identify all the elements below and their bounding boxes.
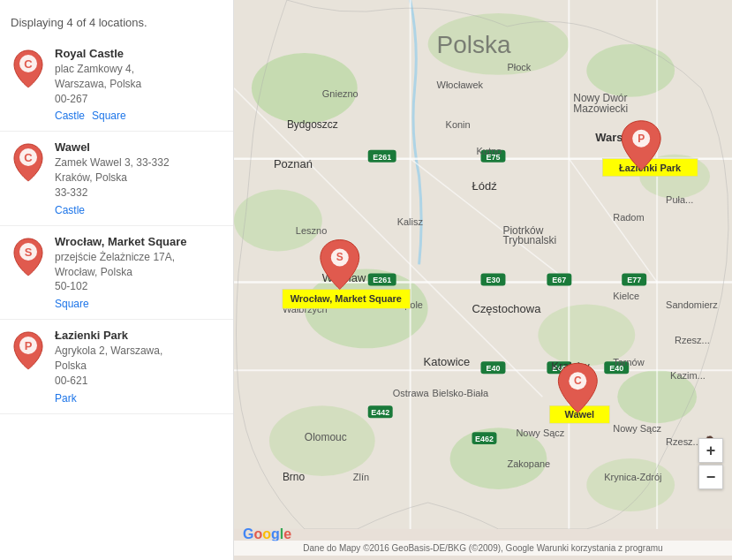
location-tag-square-royal-castle[interactable]: Square: [92, 110, 126, 122]
map-footer: Dane do Mapy ©2016 GeoBasis-DE/BKG (©200…: [234, 541, 732, 556]
location-name-wawel: Wawel: [55, 140, 223, 154]
marker-icon-wroclaw-market: S: [11, 235, 46, 279]
location-item-lazienki-park[interactable]: P Łazienki ParkAgrykola 2, Warszawa, Pol…: [0, 320, 233, 413]
marker-icon-lazienki-park: P: [11, 329, 46, 373]
svg-text:Nowy Sącz: Nowy Sącz: [516, 428, 564, 438]
svg-text:Zlín: Zlín: [353, 472, 369, 482]
location-tags-royal-castle: CastleSquare: [55, 110, 223, 122]
svg-text:P: P: [638, 132, 645, 145]
location-info-wawel: WawelZamek Wawel 3, 33-332 Kraków, Polsk…: [55, 140, 223, 216]
svg-text:Krynica-Zdrój: Krynica-Zdrój: [604, 472, 661, 482]
svg-text:Nowy DwórMazowiecki: Nowy DwórMazowiecki: [573, 92, 628, 115]
location-info-wroclaw-market: Wrocław, Market Squareprzejście Żelażnic…: [55, 235, 223, 310]
svg-text:Radom: Radom: [613, 212, 644, 223]
main-container: Displaying 4 of 4 locations. C Royal Cas…: [0, 0, 732, 560]
map-container: Mapa Satelita: [234, 0, 732, 560]
location-tag-park-lazienki-park[interactable]: Park: [55, 392, 77, 405]
svg-text:Bydgoszcz: Bydgoszcz: [287, 118, 338, 131]
location-tag-square-wroclaw-market[interactable]: Square: [55, 298, 89, 310]
svg-text:Poznań: Poznań: [274, 157, 313, 170]
map-controls: + −: [698, 438, 723, 489]
marker-icon-wawel: C: [11, 140, 46, 185]
marker-icon-royal-castle: C: [11, 47, 46, 91]
zoom-out-button[interactable]: −: [698, 465, 723, 489]
svg-point-18: [586, 458, 675, 511]
svg-text:Płock: Płock: [507, 62, 531, 72]
location-address-wroclaw-market: przejście Żelażnicze 17A, Wrocław, Polsk…: [55, 250, 223, 294]
svg-text:Olomouc: Olomouc: [305, 431, 347, 443]
locations-list: C Royal Castleplac Zamkowy 4, Warszawa, …: [0, 38, 233, 414]
svg-text:C: C: [24, 57, 33, 71]
svg-text:E77: E77: [627, 276, 641, 284]
location-tags-wawel: Castle: [55, 204, 223, 216]
svg-text:C: C: [24, 151, 33, 164]
svg-text:E261: E261: [373, 276, 391, 284]
svg-text:Nowy Sącz: Nowy Sącz: [613, 423, 661, 434]
location-name-royal-castle: Royal Castle: [55, 47, 223, 60]
svg-point-11: [586, 44, 675, 97]
svg-text:Katowice: Katowice: [424, 355, 471, 368]
location-address-royal-castle: plac Zamkowy 4, Warszawa, Polska 00-267: [55, 62, 223, 106]
svg-text:E442: E442: [371, 408, 389, 417]
location-tags-lazienki-park: Park: [55, 392, 223, 405]
location-address-lazienki-park: Agrykola 2, Warszawa, Polska 00-621: [55, 344, 223, 388]
svg-text:E40: E40: [486, 364, 500, 373]
svg-text:Łazienki Park: Łazienki Park: [619, 163, 682, 173]
svg-text:Rzesz...: Rzesz...: [675, 335, 710, 345]
svg-text:C: C: [574, 375, 582, 387]
svg-text:P: P: [25, 339, 33, 352]
svg-text:S: S: [336, 251, 343, 263]
location-name-lazienki-park: Łazienki Park: [55, 329, 223, 342]
svg-text:Brno: Brno: [283, 471, 306, 483]
svg-text:Rzesz...: Rzesz...: [666, 436, 701, 447]
svg-text:Tarnów: Tarnów: [613, 357, 644, 367]
location-item-wawel[interactable]: C WawelZamek Wawel 3, 33-332 Kraków, Pol…: [0, 132, 233, 225]
svg-text:Włocławek: Włocławek: [437, 79, 484, 90]
map-svg: E261 E261 E75 E30 E67 E77 E40 E40 E442 E…: [234, 0, 732, 529]
sidebar: Displaying 4 of 4 locations. C Royal Cas…: [0, 0, 234, 560]
sidebar-header: Displaying 4 of 4 locations.: [0, 9, 233, 38]
svg-text:Konin: Konin: [446, 119, 471, 130]
location-info-royal-castle: Royal Castleplac Zamkowy 4, Warszawa, Po…: [55, 47, 223, 122]
svg-text:E30: E30: [486, 276, 500, 284]
svg-text:E261: E261: [373, 153, 391, 162]
svg-text:Bielsko-Biała: Bielsko-Biała: [433, 388, 489, 398]
svg-text:Sandomierz: Sandomierz: [666, 299, 718, 310]
location-name-wroclaw-market: Wrocław, Market Square: [55, 235, 223, 248]
location-item-royal-castle[interactable]: C Royal Castleplac Zamkowy 4, Warszawa, …: [0, 38, 233, 132]
location-tags-wroclaw-market: Square: [55, 298, 223, 310]
svg-text:Polska: Polska: [437, 31, 511, 58]
svg-text:Wrocław, Market Square: Wrocław, Market Square: [291, 293, 402, 304]
location-tag-castle-royal-castle[interactable]: Castle: [55, 110, 85, 122]
svg-text:Kutno: Kutno: [477, 146, 502, 156]
location-info-lazienki-park: Łazienki ParkAgrykola 2, Warszawa, Polsk…: [55, 329, 223, 404]
location-address-wawel: Zamek Wawel 3, 33-332 Kraków, Polska 33-…: [55, 155, 223, 200]
svg-text:Puła...: Puła...: [666, 194, 693, 205]
svg-text:E462: E462: [475, 435, 494, 443]
svg-text:Częstochowa: Częstochowa: [472, 302, 542, 315]
location-item-wroclaw-market[interactable]: S Wrocław, Market Squareprzejście Żelażn…: [0, 226, 233, 320]
svg-text:Zakopane: Zakopane: [507, 458, 550, 469]
svg-text:S: S: [25, 246, 33, 259]
svg-text:Ostrawa: Ostrawa: [393, 388, 430, 398]
location-tag-castle-wawel[interactable]: Castle: [55, 204, 85, 216]
zoom-in-button[interactable]: +: [698, 438, 723, 463]
svg-text:Kielce: Kielce: [613, 291, 639, 301]
svg-text:Łódź: Łódź: [472, 179, 498, 193]
svg-text:Leszno: Leszno: [296, 225, 327, 236]
svg-text:Kalisz: Kalisz: [397, 216, 424, 227]
svg-text:Gniezno: Gniezno: [322, 88, 358, 99]
svg-text:E67: E67: [552, 276, 566, 284]
